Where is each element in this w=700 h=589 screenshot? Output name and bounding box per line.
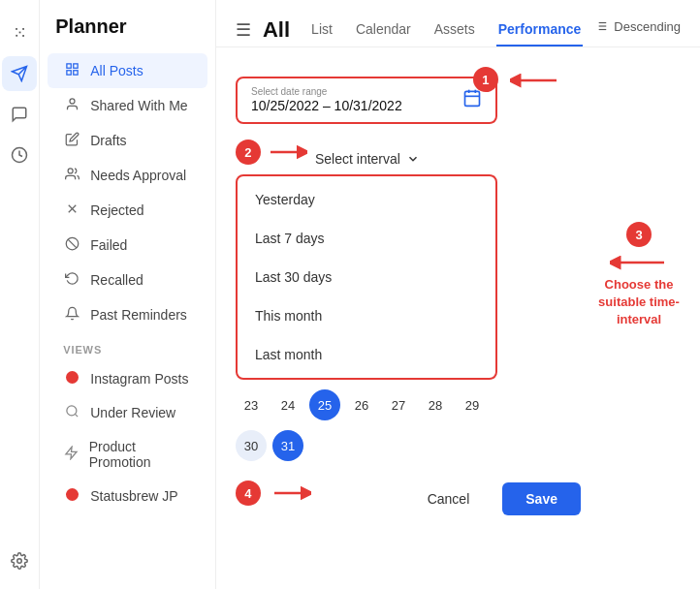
annotation-step1: 1 — [473, 67, 558, 92]
failed-icon — [63, 236, 80, 254]
svg-rect-24 — [464, 91, 479, 106]
descending-button[interactable]: Descending — [594, 19, 681, 42]
interval-yesterday[interactable]: Yesterday — [238, 180, 495, 219]
cal-day-29[interactable]: 29 — [457, 389, 488, 420]
needs-approval-icon — [63, 167, 80, 184]
sidebar-item-needs-approval[interactable]: Needs Approval — [48, 158, 207, 193]
reminders-icon — [63, 306, 80, 324]
cal-day-24[interactable]: 24 — [272, 389, 303, 420]
cal-day-31[interactable]: 31 — [272, 430, 303, 461]
sidebar-item-label: Instagram Posts — [90, 371, 188, 387]
main-header: ☰ All List Calendar Assets Performance D… — [216, 0, 700, 47]
svg-rect-3 — [74, 64, 78, 68]
cancel-button[interactable]: Cancel — [406, 482, 492, 515]
date-range-content: Select date range 10/25/2022 – 10/31/202… — [251, 86, 402, 114]
cal-day-23[interactable]: 23 — [236, 389, 267, 420]
step3-text: Choose the suitable time-interval — [586, 276, 692, 329]
sidebar-item-past-reminders[interactable]: Past Reminders — [48, 297, 207, 332]
gear-nav-icon[interactable] — [11, 552, 28, 574]
calendar-row-1: 23 24 25 26 27 28 29 — [236, 389, 681, 420]
svg-line-14 — [75, 414, 78, 417]
instagram-icon — [63, 370, 80, 387]
svg-point-1 — [17, 559, 22, 564]
tab-list[interactable]: List — [309, 14, 334, 46]
sidebar-item-label: Shared With Me — [90, 98, 187, 113]
tab-assets[interactable]: Assets — [432, 14, 477, 46]
svg-line-11 — [68, 239, 77, 248]
cal-day-26[interactable]: 26 — [346, 389, 377, 420]
step1-circle: 1 — [473, 67, 498, 92]
under-review-icon — [63, 404, 80, 421]
sidebar-item-label: Under Review — [90, 405, 175, 420]
hamburger-icon[interactable]: ☰ — [236, 19, 251, 41]
all-posts-icon — [63, 62, 80, 79]
cal-day-28[interactable]: 28 — [420, 389, 451, 420]
left-icon-bar: ⁙ — [0, 0, 40, 589]
page-title: All — [263, 17, 290, 43]
sidebar-item-label: Needs Approval — [90, 168, 186, 183]
step3-circle: 3 — [626, 222, 652, 247]
cal-day-25[interactable]: 25 — [309, 389, 340, 420]
sidebar-item-label: Failed — [90, 237, 127, 253]
date-label: Select date range — [251, 86, 402, 97]
calendar-row-2: 30 31 — [236, 430, 681, 461]
step1-arrow — [510, 71, 558, 90]
tab-performance[interactable]: Performance — [496, 14, 584, 46]
dots-nav-icon[interactable]: ⁙ — [2, 16, 37, 50]
sidebar-item-under-review[interactable]: Under Review — [48, 395, 207, 430]
shared-icon — [63, 97, 80, 114]
step2-circle: 2 — [236, 140, 261, 165]
statusbrew-icon — [63, 487, 80, 504]
svg-point-13 — [67, 406, 77, 416]
tab-bar: List Calendar Assets Performance — [309, 14, 583, 46]
sidebar-item-drafts[interactable]: Drafts — [48, 123, 207, 158]
sidebar: Planner All Posts Shared With Me Drafts … — [40, 0, 216, 589]
sidebar-item-label: Statusbrew JP — [90, 488, 177, 504]
tab-calendar[interactable]: Calendar — [354, 14, 413, 46]
annotation-step3: 3 Choose the suitable time-interval — [586, 222, 692, 329]
paper-plane-nav-icon[interactable] — [2, 56, 37, 91]
sidebar-item-label: Past Reminders — [90, 307, 187, 323]
svg-rect-4 — [67, 71, 71, 75]
sidebar-item-label: Recalled — [90, 272, 143, 288]
overlay-area: 1 Select date range 10/25/2022 – 10/31/2… — [216, 47, 700, 589]
interval-this-month[interactable]: This month — [238, 296, 495, 335]
step2-row: 2 Select interval — [236, 138, 681, 167]
views-section-label: VIEWS — [40, 332, 215, 361]
interval-trigger[interactable]: Select interval — [315, 151, 420, 167]
sidebar-item-recalled[interactable]: Recalled — [48, 263, 207, 297]
sidebar-item-product-promotion[interactable]: Product Promotion — [48, 430, 207, 479]
sidebar-item-shared[interactable]: Shared With Me — [48, 88, 207, 123]
svg-rect-5 — [74, 71, 78, 75]
save-button[interactable]: Save — [502, 482, 581, 515]
sidebar-item-label: Product Promotion — [89, 439, 192, 470]
sidebar-item-all-posts[interactable]: All Posts — [48, 53, 207, 88]
main-content: ☰ All List Calendar Assets Performance D… — [216, 0, 700, 589]
cal-day-30[interactable]: 30 — [236, 430, 267, 461]
date-range-box[interactable]: Select date range 10/25/2022 – 10/31/202… — [236, 77, 497, 124]
interval-last-month[interactable]: Last month — [238, 335, 495, 374]
date-range-container: Select date range 10/25/2022 – 10/31/202… — [236, 77, 681, 124]
interval-label: Select interval — [315, 151, 400, 167]
interval-last30[interactable]: Last 30 days — [238, 258, 495, 296]
sidebar-item-rejected[interactable]: Rejected — [48, 193, 207, 228]
clock-nav-icon[interactable] — [2, 138, 37, 172]
svg-point-12 — [66, 371, 79, 384]
sidebar-title: Planner — [40, 16, 215, 53]
interval-dropdown: Yesterday Last 7 days Last 30 days This … — [236, 174, 497, 380]
sidebar-item-failed[interactable]: Failed — [48, 228, 207, 263]
recalled-icon — [63, 271, 80, 289]
chat-nav-icon[interactable] — [2, 97, 37, 132]
step4-circle: 4 — [236, 480, 261, 506]
sidebar-item-statusbrew[interactable]: Statusbrew JP — [48, 479, 207, 512]
cal-day-27[interactable]: 27 — [383, 389, 414, 420]
step4-arrow — [272, 483, 311, 503]
descending-label: Descending — [614, 19, 681, 34]
rejected-icon — [63, 202, 80, 219]
date-value: 10/25/2022 – 10/31/2022 — [251, 98, 402, 113]
interval-last7[interactable]: Last 7 days — [238, 219, 495, 258]
step3-arrow — [610, 253, 668, 272]
sidebar-item-instagram[interactable]: Instagram Posts — [48, 361, 207, 395]
step4-row: 4 Cancel Save — [236, 471, 681, 515]
svg-point-16 — [66, 488, 79, 501]
